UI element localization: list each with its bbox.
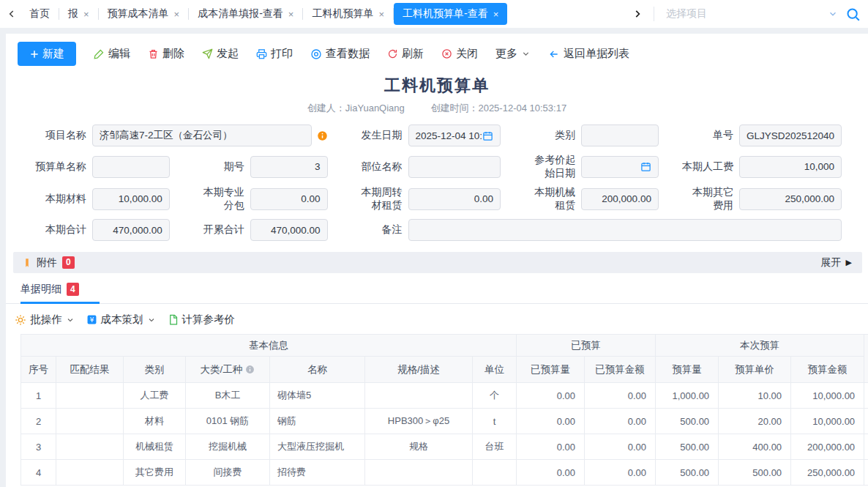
cell-budget-price: 400.00 [719,434,791,460]
paper-plane-icon [202,48,213,59]
tab-close-icon[interactable]: × [174,9,180,20]
ref-price-date-input[interactable] [581,156,659,178]
attachments-count-badge: 0 [62,256,75,269]
cell-budget-amount: 10,000.00 [791,409,864,434]
header-form: 项目名称 济邹高速7-2工区（金石公司） 发生日期 2025-12-04 10:… [6,115,868,242]
document-icon [168,314,179,325]
view-data-icon [310,48,322,60]
table-header-row: 序号 匹配结果 类别 大类/工种 名称 规格/描述 单位 已预算量 已预算金额 … [21,357,868,383]
tabs-scroll-right-icon[interactable] [629,9,646,19]
col-spec: 规格/描述 [365,357,473,383]
cell-spec: 规格 [365,434,473,460]
tab-home[interactable]: 首页 [20,3,59,25]
cell-budgeted-qty: 0.00 [517,409,585,434]
edit-button[interactable]: 编辑 [94,47,130,61]
gear-icon [15,314,26,326]
new-button[interactable]: 新建 [18,42,76,66]
batch-ops-button[interactable]: 批操作 [15,313,75,327]
detail-toolbar: 批操作 ¥ 成本策划 计算参考价 [6,304,868,334]
category-input[interactable] [581,124,659,146]
info-icon[interactable] [317,130,328,141]
remark-input[interactable] [408,219,842,241]
calendar-icon[interactable] [482,130,493,141]
col-budget-price: 预算单价 [719,357,791,383]
material-input[interactable]: 10,000.00 [92,188,170,210]
machine-rent-input[interactable]: 200,000.00 [581,188,659,210]
calc-ref-price-button[interactable]: 计算参考价 [168,313,236,327]
cell-seq: 4 [21,460,56,486]
close-button[interactable]: 关闭 [441,47,478,61]
field-labor-cost: 本期人工费 10,000 [675,154,858,179]
cost-plan-button[interactable]: ¥ 成本策划 [86,313,156,327]
tab-glj-budget-view-active[interactable]: 工料机预算单-查看× [394,3,507,25]
cell-major-class: 间接费 [186,460,270,486]
period-no-input[interactable]: 3 [250,156,328,178]
launch-button[interactable]: 发起 [202,47,239,61]
project-name-input[interactable]: 济邹高速7-2工区（金石公司） [92,124,312,146]
info-icon[interactable] [245,365,255,374]
col-budget-amount: 预算金额 [791,357,864,383]
part-name-input[interactable] [408,156,501,178]
table-row[interactable]: 3机械租赁挖掘机械大型液压挖掘机规格台班0.000.00500.00400.00… [21,434,868,460]
creator-value: JiaYuanQiang [345,103,405,114]
attachments-bar[interactable]: 附件 0 展开 ▶ [13,252,862,273]
view-data-button[interactable]: 查看数据 [310,47,370,61]
turnover-rent-input[interactable]: 0.00 [408,188,501,210]
subcontract-input[interactable]: 0.00 [250,188,328,210]
chevron-down-icon [147,316,156,324]
tabs-scroll-left-icon[interactable] [3,9,20,19]
tab-budget-cost-list[interactable]: 预算成本清单× [99,3,189,25]
cell-name: 钢筋 [270,409,365,434]
cumulative-total-input[interactable]: 470,000.00 [250,219,328,241]
svg-text:¥: ¥ [89,316,94,324]
arrow-left-icon [548,48,560,60]
tab-close-icon[interactable]: × [493,9,499,20]
tab-close-icon[interactable]: × [378,9,384,20]
detail-count-badge: 4 [67,283,79,295]
attachments-label: 附件 [37,256,57,269]
more-button[interactable]: 更多 [495,47,531,61]
tab-close-icon[interactable]: × [288,9,294,20]
field-turnover-rent: 本期周转 材租赁 0.00 [344,186,517,212]
created-time-label: 创建时间： [430,103,478,114]
cell-seq: 3 [21,434,56,460]
period-total-input[interactable]: 470,000.00 [92,219,170,241]
table-row[interactable]: 4其它费用间接费招待费0.000.00500.00500.00250,000.0… [21,460,868,486]
print-button[interactable]: 打印 [256,47,293,61]
occur-date-input[interactable]: 2025-12-04 10: [408,124,501,146]
tab-truncated[interactable]: 报× [59,3,98,25]
tab-close-icon[interactable]: × [83,9,89,20]
tab-cost-list-view[interactable]: 成本清单填报-查看× [189,3,302,25]
printer-icon [256,48,267,59]
search-icon[interactable] [845,7,861,22]
delete-button[interactable]: 删除 [148,47,184,61]
refresh-button[interactable]: 刷新 [387,47,424,61]
tab-glj-budget[interactable]: 工料机预算单× [303,3,393,25]
field-machine-rent: 本期机械 租赁 200,000.00 [517,186,675,212]
cell-match-result [56,460,124,486]
cell-budget-price: 500.00 [719,460,791,486]
field-remark: 备注 [344,218,858,242]
cell-major-class: 挖掘机械 [186,434,270,460]
expand-button[interactable]: 展开 ▶ [821,256,852,269]
table-row[interactable]: 2材料0101 钢筋钢筋HPB300＞φ25t0.000.00500.0020.… [21,409,868,434]
plus-icon [29,49,40,59]
doc-no-input[interactable]: GLJYSD202512040 [739,124,842,146]
table-row[interactable]: 1人工费B木工砌体墙5个0.000.001,000.0010.0010,000.… [21,383,868,409]
cell-budget-amount: 10,000.00 [791,383,864,409]
cell-match-result [56,383,124,409]
budget-name-input[interactable] [92,156,170,178]
labor-cost-input[interactable]: 10,000 [739,156,842,178]
calendar-icon[interactable] [640,161,651,172]
project-select[interactable]: 选择项目 [666,7,838,21]
cost-plan-icon: ¥ [86,314,97,325]
cell-budget-amount: 250,000.00 [791,460,864,486]
cell-budget-amount: 200,000.00 [791,434,864,460]
field-material: 本期材料 10,000.00 [28,186,186,212]
tab-document-detail[interactable]: 单据明细 4 [20,283,89,303]
other-cost-input[interactable]: 250,000.00 [739,188,842,210]
field-occur-date: 发生日期 2025-12-04 10: [344,124,517,147]
back-to-list-button[interactable]: 返回单据列表 [548,47,629,61]
row-padding-cell [864,460,868,486]
field-period-total: 本期合计 470,000.00 [28,218,186,242]
